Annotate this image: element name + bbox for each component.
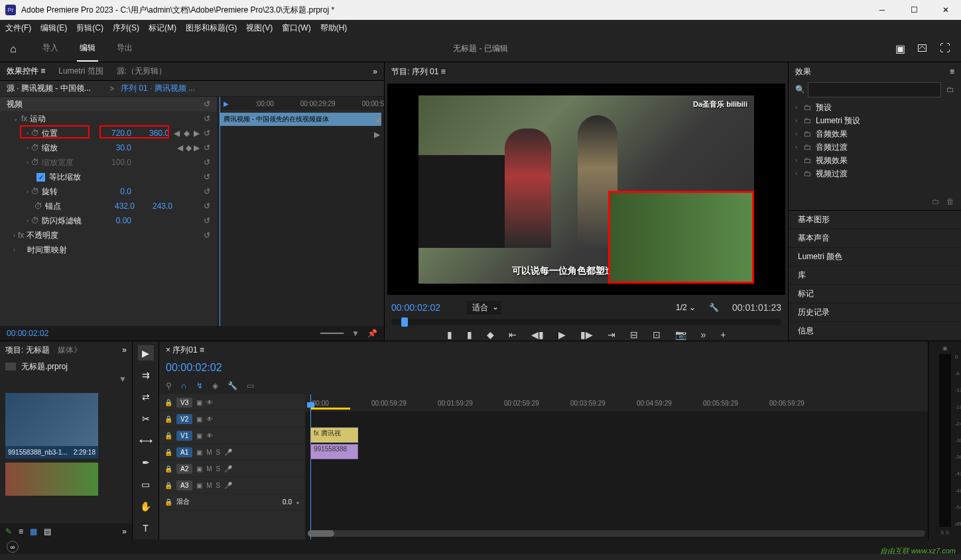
meter-peak-icon[interactable]: ▣: [942, 345, 948, 351]
panel-menu-icon[interactable]: »: [373, 67, 377, 76]
keyframe-icon[interactable]: ⬥: [296, 498, 300, 506]
reset-icon[interactable]: ↺: [204, 158, 210, 167]
snap-icon[interactable]: ⚲: [166, 381, 172, 390]
program-tab[interactable]: 节目: 序列 01 ≡: [391, 66, 446, 78]
menu-graphics[interactable]: 图形和标题(G): [186, 23, 237, 34]
flicker-value[interactable]: 0.00: [101, 216, 131, 225]
marker-icon[interactable]: ◆: [487, 329, 494, 340]
lock-icon[interactable]: 🔒: [164, 465, 172, 473]
step-forward-icon[interactable]: ▮▶: [580, 329, 593, 340]
wrench-icon[interactable]: 🔧: [709, 303, 719, 312]
fullscreen-icon[interactable]: ⛶: [940, 42, 950, 55]
anchor-x-value[interactable]: 432.0: [105, 201, 135, 211]
share-icon[interactable]: ⮹: [917, 42, 928, 55]
solo-buttons[interactable]: S S: [940, 530, 949, 535]
stopwatch-icon[interactable]: ⏱: [31, 143, 39, 152]
mark-out-icon[interactable]: ▮: [467, 329, 472, 340]
position-x-value[interactable]: 720.0: [101, 129, 131, 138]
effects-search-input[interactable]: [808, 82, 941, 97]
fx-motion-label[interactable]: 运动: [30, 113, 46, 125]
icon-view-icon[interactable]: ▦: [30, 527, 37, 536]
folder-audio-effects[interactable]: ›🗀音频效果: [795, 127, 954, 140]
go-to-out-icon[interactable]: ⇥: [608, 329, 615, 340]
zoom-slider[interactable]: ━━━━━: [320, 329, 344, 338]
folder-lumetri-presets[interactable]: ›🗀Lumetri 预设: [795, 114, 954, 127]
go-to-in-icon[interactable]: ⇤: [509, 329, 517, 340]
ws-tab-edit[interactable]: 编辑: [77, 36, 98, 62]
section-markers[interactable]: 标记: [789, 285, 961, 304]
menu-marker[interactable]: 标记(M): [149, 23, 176, 34]
eye-icon[interactable]: 👁: [206, 416, 213, 423]
reset-icon[interactable]: ↺: [204, 201, 210, 211]
track-v2-label[interactable]: V2: [176, 414, 192, 424]
menu-file[interactable]: 文件(F): [5, 23, 31, 34]
folder-audio-transitions[interactable]: ›🗀音频过渡: [795, 140, 954, 154]
media-thumbnail-2[interactable]: [5, 463, 98, 496]
track-output-icon[interactable]: ▣: [196, 416, 202, 423]
track-output-icon[interactable]: ▣: [196, 449, 202, 456]
menu-help[interactable]: 帮助(H): [320, 23, 348, 34]
program-scrubber[interactable]: [391, 319, 781, 325]
menu-sequence[interactable]: 序列(S): [113, 23, 139, 34]
razor-tool[interactable]: ✂: [138, 411, 154, 426]
list-view-icon[interactable]: ≡: [19, 527, 23, 536]
folder-video-transitions[interactable]: ›🗀视频过渡: [795, 167, 954, 180]
stopwatch-icon[interactable]: ⏱: [34, 201, 42, 211]
pen-tool[interactable]: ✒: [138, 455, 154, 470]
track-a1-label[interactable]: A1: [176, 447, 192, 457]
panel-menu-icon[interactable]: »: [122, 345, 127, 355]
stopwatch-icon[interactable]: ⏱: [31, 216, 39, 225]
new-bin-icon[interactable]: 🗀: [946, 85, 954, 94]
ws-tab-import[interactable]: 导入: [40, 36, 61, 62]
rectangle-tool[interactable]: ▭: [138, 476, 154, 492]
new-folder-icon[interactable]: 🗀: [932, 197, 940, 210]
anchor-y-value[interactable]: 243.0: [143, 201, 172, 211]
slip-tool[interactable]: ⟷: [138, 433, 154, 448]
freeform-view-icon[interactable]: ▤: [44, 527, 51, 536]
reset-icon[interactable]: ↺: [204, 143, 210, 152]
more-icon[interactable]: »: [122, 527, 127, 536]
track-v3-label[interactable]: V3: [176, 398, 192, 408]
hand-tool[interactable]: ✋: [138, 498, 154, 514]
media-thumbnail-1[interactable]: 991558388_nb3-1... 2:29:18: [5, 393, 98, 459]
timeline-current-time[interactable]: 00:00:02:02: [166, 362, 222, 374]
quick-export-icon[interactable]: ▣: [895, 42, 905, 55]
step-back-icon[interactable]: ◀▮: [531, 329, 544, 340]
reset-icon[interactable]: ↺: [204, 187, 210, 196]
menu-edit[interactable]: 编辑(E): [40, 23, 67, 34]
ws-tab-export[interactable]: 导出: [114, 36, 135, 62]
section-essential-sound[interactable]: 基本声音: [789, 229, 961, 248]
chevron-down-icon[interactable]: ⌄: [13, 115, 19, 122]
position-y-value[interactable]: 360.0: [139, 129, 169, 138]
rotation-value[interactable]: 0.0: [101, 187, 131, 196]
sequence-clip-name[interactable]: 序列 01 · 腾讯视频 ...: [121, 83, 195, 94]
timeline-playhead[interactable]: [310, 394, 311, 539]
media-browser-tab[interactable]: 媒体》: [58, 345, 82, 356]
add-button-icon[interactable]: +: [720, 329, 726, 340]
lock-icon[interactable]: 🔒: [164, 482, 172, 489]
keyframe-prev-icon[interactable]: ◀: [174, 129, 180, 138]
section-history[interactable]: 历史记录: [789, 304, 961, 322]
linked-selection-icon[interactable]: ∩: [181, 381, 187, 390]
pin-icon[interactable]: 📌: [367, 329, 377, 338]
lock-icon[interactable]: 🔒: [164, 432, 172, 439]
fx-time-remap-label[interactable]: 时间重映射: [27, 245, 67, 256]
lock-icon[interactable]: 🔒: [164, 399, 172, 406]
delete-icon[interactable]: 🗑: [946, 197, 954, 210]
settings-icon[interactable]: 🔧: [227, 381, 237, 390]
mic-icon[interactable]: 🎤: [224, 449, 232, 456]
type-tool[interactable]: T: [138, 520, 154, 535]
uniform-scale-checkbox[interactable]: ✓: [36, 173, 45, 182]
fit-dropdown[interactable]: 适合 ⌄: [467, 301, 501, 315]
lock-icon[interactable]: 🔒: [164, 498, 172, 506]
lock-icon[interactable]: 🔒: [164, 449, 172, 456]
lock-icon[interactable]: 🔒: [164, 416, 172, 423]
program-video-area[interactable]: Da圣音乐 bilibili 可以说每一位角色都塑造的非常鲜明: [387, 84, 785, 295]
project-tab[interactable]: 项目: 无标题: [5, 345, 50, 356]
keyframe-nav-icon[interactable]: ◀ ◆ ▶: [177, 143, 200, 152]
reset-icon[interactable]: ↺: [204, 99, 210, 109]
mic-icon[interactable]: 🎤: [224, 482, 232, 489]
track-a3-label[interactable]: A3: [176, 480, 192, 490]
minimize-button[interactable]: ─: [872, 5, 892, 15]
close-button[interactable]: ✕: [936, 5, 956, 15]
